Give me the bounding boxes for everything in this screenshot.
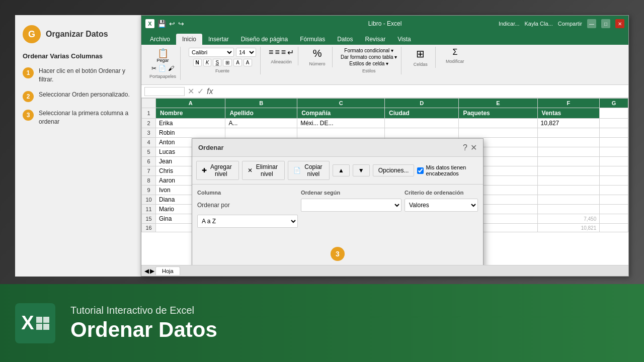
celdas-label: Celdas (414, 62, 428, 67)
cell-e1[interactable]: Paquetes (459, 108, 537, 119)
font-size-select[interactable]: 14 (236, 48, 256, 57)
ribbon-group-portapapeles: 📋Pegar ✂ 📄 🖌 Portapapeles (145, 47, 181, 80)
cell-f2[interactable]: 10,827 (537, 119, 600, 128)
dialog-toolbar: ✚ Agregar nivel ✕ Eliminar nivel 📄 Copia… (192, 157, 483, 185)
undo-icon[interactable]: ↩ (169, 20, 175, 28)
conditional-format-button[interactable]: Formato condicional ▾ (344, 48, 393, 53)
delete-level-button[interactable]: ✕ Eliminar nivel (242, 161, 285, 180)
cell-f1[interactable]: Ventas (537, 108, 600, 119)
tab-revisar[interactable]: Revisar (359, 34, 392, 45)
cell-a3[interactable]: Robin (156, 128, 225, 138)
excel-icon: X (145, 19, 154, 28)
close-button[interactable]: ✕ (615, 19, 624, 28)
sum-icon[interactable]: Σ (452, 48, 457, 57)
cell-e3[interactable] (459, 128, 537, 138)
format-table-button[interactable]: Dar formato como tabla ▾ (341, 54, 397, 60)
tab-vista[interactable]: Vista (391, 34, 417, 45)
cell-a1[interactable]: Nombre (156, 108, 225, 119)
col-d-header[interactable]: D (385, 99, 459, 108)
tab-inicio[interactable]: Inicio (176, 34, 202, 45)
col-a-header[interactable]: A (156, 99, 225, 108)
dialog-body: Columna Ordenar según Criterio de ordena… (192, 185, 483, 265)
col-c-header[interactable]: C (297, 99, 385, 108)
sidebar: G Organizar Datos Ordenar Varias Columna… (15, 15, 146, 277)
italic-button[interactable]: K (203, 59, 212, 66)
dialog-help-icon[interactable]: ? (463, 143, 467, 152)
maximize-button[interactable]: □ (601, 19, 610, 28)
wrap-text-icon[interactable]: ↵ (287, 48, 294, 57)
pegar-button[interactable]: 📋Pegar (156, 48, 170, 64)
copy-level-button[interactable]: 📄 Copiar nivel (288, 161, 330, 180)
cell-c2[interactable]: Méxi... DE... (297, 119, 385, 128)
underline-button[interactable]: S (213, 59, 221, 66)
formula-x-icon[interactable]: ✕ (188, 86, 194, 96)
cell-styles-button[interactable]: Estilos de celda ▾ (349, 61, 388, 66)
share-button[interactable]: Compartir (558, 21, 582, 27)
sort-by-column-select[interactable]: NombreApellidoCompañía CiudadPaquetesVen… (301, 199, 401, 212)
table-row: 2 Erika A... Méxi... DE... 10,827 (142, 119, 628, 128)
cut-icon[interactable]: ✂ (151, 65, 156, 72)
quick-save-icon[interactable]: 💾 (157, 20, 166, 28)
tab-insertar[interactable]: Insertar (202, 34, 235, 45)
cell-c3[interactable] (297, 128, 385, 138)
bold-button[interactable]: N (193, 59, 202, 66)
tab-formulas[interactable]: Fórmulas (294, 34, 331, 45)
cell-g3[interactable] (600, 128, 628, 138)
fill-color-button[interactable]: A (233, 59, 242, 66)
ribbon-group-estilos: Formato condicional ▾ Dar formato como t… (337, 47, 401, 74)
cell-c1[interactable]: Compañía (297, 108, 385, 119)
search-button[interactable]: Indicar... (499, 21, 520, 27)
border-button[interactable]: ⊞ (223, 59, 232, 66)
font-color-button[interactable]: A (244, 59, 252, 66)
col-e-header[interactable]: E (459, 99, 537, 108)
tab-datos[interactable]: Datos (331, 34, 359, 45)
prev-sheet-icon[interactable]: ◀ (144, 267, 149, 275)
headers-checkbox[interactable] (417, 167, 424, 174)
align-left-icon[interactable]: ≡ (269, 48, 273, 57)
cell-g2[interactable] (600, 119, 628, 128)
col-b-header[interactable]: B (225, 99, 297, 108)
cell-b2[interactable]: A... (225, 119, 297, 128)
align-right-icon[interactable]: ≡ (281, 48, 286, 57)
grid-cell-2 (43, 317, 49, 323)
copy-icon[interactable]: 📄 (158, 65, 166, 72)
formula-check-icon[interactable]: ✓ (197, 86, 204, 96)
row-1-header: 1 (142, 108, 156, 119)
sort-order-select[interactable]: Valores (405, 199, 478, 212)
font-family-select[interactable]: Calibri (189, 48, 234, 57)
cell-b3[interactable] (225, 128, 297, 138)
tab-archivo[interactable]: Archivo (144, 34, 176, 45)
move-up-button[interactable]: ▲ (333, 164, 350, 176)
cell-d3[interactable] (385, 128, 459, 138)
move-down-button[interactable]: ▼ (353, 164, 370, 176)
format-painter-icon[interactable]: 🖌 (168, 65, 174, 72)
dialog-column-headers: Columna Ordenar según Criterio de ordena… (197, 190, 478, 196)
title-bar: X 💾 ↩ ↪ Libro - Excel Indicar... Kayla C… (141, 16, 628, 32)
align-center-icon[interactable]: ≡ (275, 48, 279, 57)
tab-diseno[interactable]: Diseño de página (235, 34, 294, 45)
col-f-header[interactable]: F (537, 99, 600, 108)
percent-icon[interactable]: % (313, 48, 322, 59)
cell-f3[interactable] (537, 128, 600, 138)
cell-b1[interactable]: Apellido (225, 108, 297, 119)
minimize-button[interactable]: — (587, 19, 596, 28)
next-sheet-icon[interactable]: ▶ (150, 267, 154, 275)
formula-fx-icon[interactable]: fx (207, 87, 213, 96)
cell-a2[interactable]: Erika (156, 119, 225, 128)
name-box[interactable] (144, 87, 185, 96)
col-g-header[interactable]: G (600, 99, 628, 108)
col-header-label: Columna (197, 190, 298, 196)
redo-icon[interactable]: ↪ (178, 20, 184, 28)
formula-input[interactable] (216, 88, 625, 95)
ribbon-group-fuente: Calibri 14 N K S ⊞ A A Fuente (185, 47, 261, 74)
add-level-button[interactable]: ✚ Agregar nivel (196, 161, 239, 180)
cell-g1[interactable] (600, 108, 628, 119)
sheet-tab-hoja[interactable]: Hoja (155, 266, 180, 275)
cell-e2[interactable] (459, 119, 537, 128)
cell-d2[interactable] (385, 119, 459, 128)
cell-d1[interactable]: Ciudad (385, 108, 459, 119)
step-3-badge: 3 (331, 247, 345, 261)
dialog-close-button[interactable]: ✕ (470, 143, 477, 152)
options-button[interactable]: Opciones... (373, 164, 415, 176)
sort-criteria-select[interactable]: A a Z (197, 215, 298, 228)
